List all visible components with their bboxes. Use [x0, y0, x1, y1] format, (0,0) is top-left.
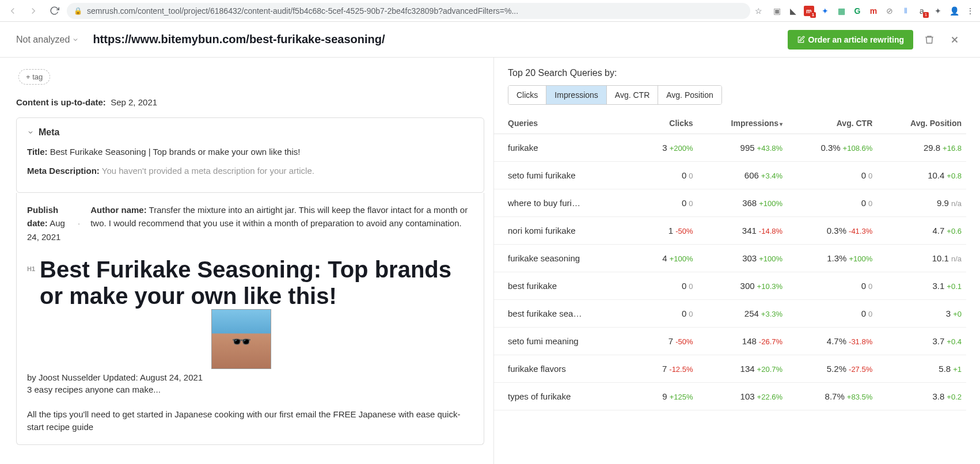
tab-avg-ctr[interactable]: Avg. CTR	[607, 86, 658, 104]
ext-icon-9[interactable]: ⦀	[901, 6, 911, 16]
query-cell: seto fumi meaning	[494, 328, 641, 355]
clicks-cell: 00	[641, 300, 697, 328]
forward-button[interactable]	[25, 3, 41, 19]
url-text: semrush.com/content_tool/project/6186432…	[87, 6, 518, 16]
star-icon[interactable]: ☆	[755, 6, 762, 16]
add-tag-button[interactable]: + tag	[18, 69, 50, 85]
ext-icon-g[interactable]: G	[852, 6, 863, 16]
ext-icon-1[interactable]: ▣	[772, 6, 782, 16]
table-row[interactable]: best furikake sea…00254+3.3%003+0	[494, 300, 966, 328]
table-row[interactable]: seto fumi furikake00606+3.4%0010.4+0.8	[494, 162, 966, 189]
page-header: Not analyzed https://www.bitemybun.com/b…	[0, 22, 980, 58]
extensions-icon[interactable]: ✦	[933, 6, 943, 16]
table-row[interactable]: furikake3+200%995+43.8%0.3%+108.6%29.8+1…	[494, 134, 966, 162]
order-rewriting-button[interactable]: Order an article rewriting	[788, 30, 914, 50]
tab-clicks[interactable]: Clicks	[508, 86, 546, 104]
ctr-cell: 8.7%+83.5%	[787, 383, 877, 410]
back-button[interactable]	[5, 3, 21, 19]
table-row[interactable]: nori komi furikake1-50%341-14.8%0.3%-41.…	[494, 217, 966, 245]
menu-icon[interactable]: ⋮	[965, 6, 975, 16]
extension-icons: ▣ ◣ m1 ✦ ▦ G m ⊘ ⦀ a1 ✦ 👤 ⋮	[767, 6, 975, 16]
position-cell: 3+0	[877, 300, 966, 328]
author-label: Author name:	[90, 205, 147, 215]
col-impressions[interactable]: Impressions▾	[698, 113, 788, 134]
table-row[interactable]: types of furikake9+125%103+22.6%8.7%+83.…	[494, 383, 966, 410]
position-cell: 10.1n/a	[877, 245, 966, 272]
tab-avg-position[interactable]: Avg. Position	[658, 86, 721, 104]
col-avg-ctr[interactable]: Avg. CTR	[787, 113, 877, 134]
page-url: https://www.bitemybun.com/best-furikake-…	[93, 33, 385, 46]
author-value: Transfer the mixture into an airtight ja…	[90, 205, 468, 228]
meta-desc-row: Meta Description: You haven't provided a…	[27, 165, 473, 178]
clicks-cell: 3+200%	[641, 134, 697, 162]
reload-button[interactable]	[46, 3, 62, 19]
byline: by Joost Nusselder Updated: August 24, 2…	[27, 372, 473, 382]
query-cell: best furikake sea…	[494, 300, 641, 328]
publish-date: Publish date: Aug 24, 2021	[27, 203, 67, 244]
col-queries[interactable]: Queries	[494, 113, 641, 134]
content-date: Content is up-to-date: Sep 2, 2021	[16, 97, 484, 107]
clicks-cell: 00	[641, 162, 697, 189]
separator-dot: ·	[78, 216, 80, 230]
ext-icon-4[interactable]: ✦	[820, 6, 830, 16]
col-clicks[interactable]: Clicks	[641, 113, 697, 134]
edit-icon	[797, 36, 805, 44]
ext-icon-m[interactable]: m1	[804, 6, 814, 16]
delete-button[interactable]	[920, 31, 939, 49]
query-cell: furikake seasoning	[494, 245, 641, 272]
article-body-text: All the tips you'll need to get started …	[27, 408, 473, 434]
ext-icon-5[interactable]: ▦	[836, 6, 846, 16]
ext-icon-2[interactable]: ◣	[788, 6, 798, 16]
table-row[interactable]: furikake flavors7-12.5%134+20.7%5.2%-27.…	[494, 355, 966, 383]
url-bar[interactable]: 🔒 semrush.com/content_tool/project/61864…	[67, 3, 750, 19]
ext-icon-m2[interactable]: m	[868, 6, 879, 16]
position-cell: 29.8+16.8	[877, 134, 966, 162]
ctr-cell: 4.7%-31.8%	[787, 328, 877, 355]
meta-desc-value: You haven't provided a meta description …	[102, 166, 314, 176]
ext-icon-8[interactable]: ⊘	[884, 6, 895, 16]
chevron-down-icon	[72, 36, 79, 43]
col-avg-position[interactable]: Avg. Position	[877, 113, 966, 134]
profile-avatar[interactable]: 👤	[949, 6, 959, 16]
ctr-cell: 00	[787, 300, 877, 328]
status-dropdown[interactable]: Not analyzed	[16, 35, 79, 45]
ctr-cell: 0.3%+108.6%	[787, 134, 877, 162]
meta-card: Meta Title: Best Furikake Seasoning | To…	[16, 117, 484, 193]
impressions-cell: 995+43.8%	[698, 134, 788, 162]
query-cell: where to buy furi…	[494, 189, 641, 217]
table-row[interactable]: best furikake00300+10.3%003.1+0.1	[494, 272, 966, 300]
h1-heading: Best Furikake Seasoning: Top brands or m…	[40, 256, 473, 309]
queries-table: Queries Clicks Impressions▾ Avg. CTR Avg…	[494, 113, 966, 410]
table-row[interactable]: seto fumi meaning7-50%148-26.7%4.7%-31.8…	[494, 328, 966, 355]
position-cell: 3.1+0.1	[877, 272, 966, 300]
impressions-cell: 148-26.7%	[698, 328, 788, 355]
ext-icon-a[interactable]: a1	[917, 6, 927, 16]
content-card: Publish date: Aug 24, 2021 · Author name…	[16, 193, 484, 445]
ctr-cell: 5.2%-27.5%	[787, 355, 877, 383]
browser-bar: 🔒 semrush.com/content_tool/project/61864…	[0, 0, 980, 22]
position-cell: 3.7+0.4	[877, 328, 966, 355]
author-avatar	[211, 309, 271, 369]
clicks-cell: 4+100%	[641, 245, 697, 272]
sort-indicator-icon: ▾	[780, 121, 783, 127]
clicks-cell: 00	[641, 272, 697, 300]
position-cell: 4.7+0.6	[877, 217, 966, 245]
meta-toggle[interactable]: Meta	[27, 127, 473, 138]
ctr-cell: 00	[787, 162, 877, 189]
left-panel: + tag Content is up-to-date: Sep 2, 2021…	[0, 58, 493, 464]
queries-title: Top 20 Search Queries by:	[508, 68, 966, 78]
status-label: Not analyzed	[16, 35, 70, 45]
impressions-cell: 254+3.3%	[698, 300, 788, 328]
query-cell: seto fumi furikake	[494, 162, 641, 189]
impressions-cell: 368+100%	[698, 189, 788, 217]
tab-impressions[interactable]: Impressions	[546, 86, 606, 104]
chevron-down-icon	[27, 129, 34, 136]
table-row[interactable]: furikake seasoning4+100%303+100%1.3%+100…	[494, 245, 966, 272]
clicks-cell: 1-50%	[641, 217, 697, 245]
position-cell: 9.9n/a	[877, 189, 966, 217]
close-button[interactable]	[945, 31, 964, 49]
table-row[interactable]: where to buy furi…00368+100%009.9n/a	[494, 189, 966, 217]
query-cell: furikake flavors	[494, 355, 641, 383]
position-cell: 3.8+0.2	[877, 383, 966, 410]
clicks-cell: 7-50%	[641, 328, 697, 355]
